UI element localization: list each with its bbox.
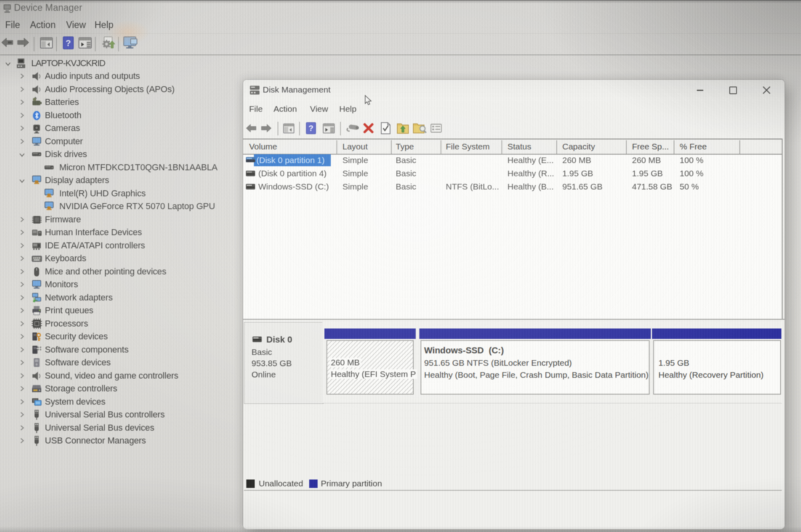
svg-text:?: ? [308,124,313,133]
svg-text:?: ? [66,38,71,48]
